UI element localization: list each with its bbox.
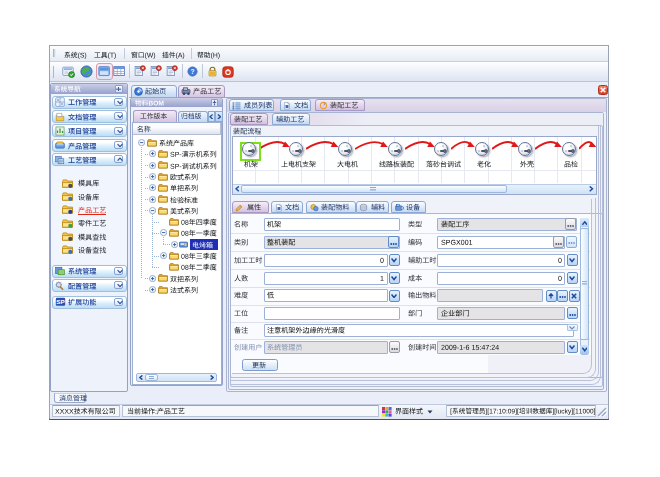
svg-text:SP: SP <box>56 298 64 305</box>
svg-text:?: ? <box>190 68 194 75</box>
